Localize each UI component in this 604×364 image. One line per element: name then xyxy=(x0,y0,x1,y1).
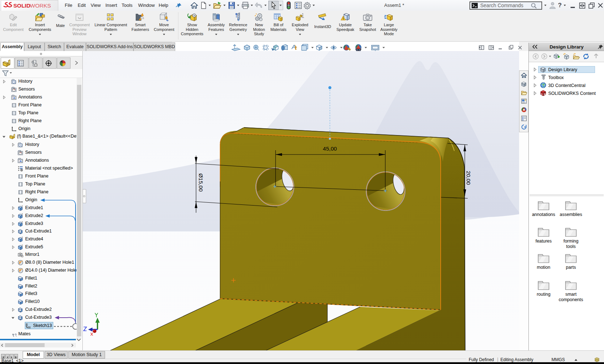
svg-text:!: ! xyxy=(342,17,344,20)
svg-text:WORKS: WORKS xyxy=(30,3,51,9)
svg-text:SOLID: SOLID xyxy=(13,3,30,9)
svg-text:20,00: 20,00 xyxy=(466,171,472,185)
svg-text:Ø15,00: Ø15,00 xyxy=(198,174,204,192)
svg-text:45,00: 45,00 xyxy=(323,146,337,152)
